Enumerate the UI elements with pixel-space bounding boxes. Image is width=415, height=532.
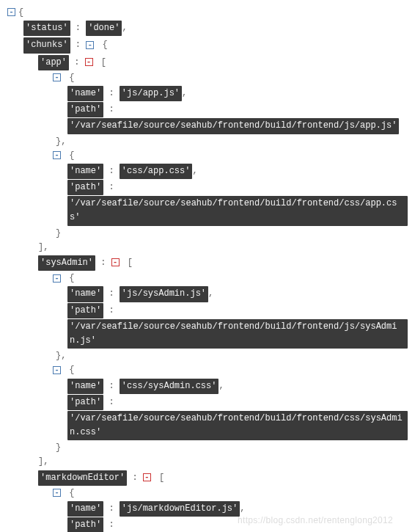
collapse-icon[interactable]: -: [53, 274, 61, 283]
object-close: },: [7, 349, 408, 363]
prop-app: 'app' : - [: [7, 54, 408, 71]
prop-chunks: 'chunks' : - {: [7, 37, 408, 54]
json-tree: -{ 'status' : 'done', 'chunks' : - { 'ap…: [7, 6, 408, 532]
prop-markdowneditor: 'markdownEditor' : - [: [7, 470, 408, 487]
collapse-icon[interactable]: -: [86, 41, 94, 49]
prop-name: 'name' : 'js/markdownEditor.js',: [7, 500, 408, 517]
array-item-open: - {: [7, 272, 408, 285]
collapse-icon[interactable]: -: [53, 73, 61, 81]
array-item-open: - {: [7, 363, 408, 377]
array-item-open: - {: [7, 71, 408, 85]
collapse-icon[interactable]: -: [7, 8, 15, 16]
object-close: },: [7, 135, 408, 149]
prop-path: 'path' : '/var/seafile/source/seahub/fro…: [7, 180, 408, 227]
array-close: ],: [7, 241, 408, 255]
prop-name: 'name' : 'css/sysAdmin.css',: [7, 378, 408, 395]
array-close: ],: [7, 455, 408, 469]
array-item-open: - {: [7, 487, 408, 500]
prop-name: 'name' : 'css/app.css',: [7, 163, 408, 180]
root-open: -{: [7, 6, 408, 20]
prop-path: 'path' : '/var/seafile/source/seahub/fro…: [7, 517, 408, 532]
prop-path: 'path' : '/var/seafile/source/seahub/fro…: [7, 102, 408, 134]
prop-path: 'path' : '/var/seafile/source/seahub/fro…: [7, 395, 408, 442]
collapse-icon[interactable]: -: [53, 366, 61, 374]
array-item-open: - {: [7, 149, 408, 163]
prop-name: 'name' : 'js/app.js',: [7, 85, 408, 102]
collapse-icon[interactable]: -: [53, 489, 61, 497]
object-close: }: [7, 227, 408, 241]
object-close: }: [7, 441, 408, 455]
collapse-icon[interactable]: -: [85, 58, 93, 66]
prop-status: 'status' : 'done',: [7, 20, 408, 37]
prop-name: 'name' : 'js/sysAdmin.js',: [7, 285, 408, 302]
collapse-icon[interactable]: -: [111, 258, 120, 266]
collapse-icon[interactable]: -: [53, 151, 61, 159]
prop-path: 'path' : '/var/seafile/source/seahub/fro…: [7, 303, 408, 350]
collapse-icon[interactable]: -: [143, 473, 151, 481]
prop-sysadmin: 'sysAdmin' : - [: [7, 255, 408, 272]
